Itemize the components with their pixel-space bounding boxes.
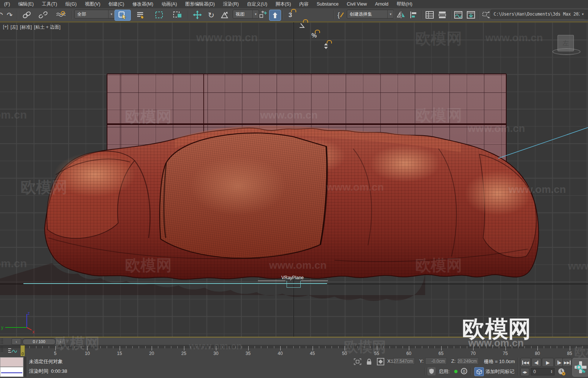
play-button[interactable]: ▶ <box>542 358 554 367</box>
current-frame-field[interactable]: 0 ▲▼ <box>531 368 555 375</box>
key-mode-toggle[interactable]: ◀▶ <box>520 368 529 376</box>
snap-toggle-3d-icon[interactable]: 3 <box>285 10 296 20</box>
layer-explorer-icon[interactable] <box>436 10 448 20</box>
selection-filter-dropdown[interactable]: 全部 ▼ <box>74 10 115 19</box>
ruler-label-80: 80 <box>535 351 540 356</box>
axis-x-label: x <box>32 329 35 335</box>
add-time-tag-label[interactable]: 添加时间标记 <box>485 368 514 375</box>
edit-named-selection-icon[interactable]: { <box>336 10 346 20</box>
go-to-start-button[interactable]: ◀◀ <box>520 358 531 367</box>
axis-tripod: z y x <box>0 310 41 337</box>
mirror-icon[interactable] <box>395 10 407 20</box>
menu-item-8[interactable]: 图形编辑器(D) <box>181 1 219 7</box>
ruler-tick <box>486 346 487 348</box>
time-slider[interactable]: 0 / 100 <box>22 338 56 345</box>
use-pivot-center-icon[interactable] <box>257 10 268 20</box>
percent-snap-icon[interactable]: % <box>308 30 320 41</box>
align-icon[interactable] <box>408 10 420 20</box>
menu-item-11[interactable]: 脚本(S) <box>271 1 295 7</box>
selection-lock-icon[interactable] <box>365 358 373 366</box>
maxscript-mini-listener-pink[interactable] <box>0 357 23 367</box>
next-key-button[interactable]: › <box>56 338 65 345</box>
ruler-tick <box>55 346 56 350</box>
adaptive-degradation-icon[interactable] <box>427 367 436 375</box>
spinner-snap-icon[interactable] <box>320 41 332 51</box>
time-configuration-icon[interactable] <box>557 368 566 376</box>
menu-item-14[interactable]: Civil View <box>343 1 371 7</box>
viewcube-face-label[interactable]: 左 <box>558 35 574 51</box>
menu-item-12[interactable]: 内容 <box>295 1 313 7</box>
time-tag-cube-icon[interactable] <box>474 367 484 376</box>
select-by-name-icon[interactable] <box>133 10 149 20</box>
bind-to-spacewarp-icon[interactable] <box>53 10 69 20</box>
unlink-icon[interactable] <box>36 10 51 20</box>
select-object-button[interactable] <box>114 10 131 21</box>
viewport-menu-shading[interactable]: [粘土 + 边面] <box>34 24 61 30</box>
curve-editor-icon[interactable] <box>452 10 464 20</box>
ruler-tick <box>235 346 236 348</box>
ruler-tick <box>184 346 184 350</box>
rectangular-selection-icon[interactable] <box>152 10 167 20</box>
reference-coordinate-dropdown[interactable]: 视图 ▼ <box>233 10 259 19</box>
menu-item-6[interactable]: 修改器(M) <box>128 1 157 7</box>
menu-item-5[interactable]: 创建(C) <box>104 1 128 7</box>
redo-icon[interactable]: ↷ <box>4 10 16 20</box>
menu-item-3[interactable]: 组(G) <box>61 1 81 7</box>
viewport-left[interactable]: [+] [左] [标准] [粘土 + 边面] 左 VRayPlane z y x <box>0 22 588 337</box>
degradation-count-badge[interactable]: 0 <box>461 368 467 374</box>
window-crossing-icon[interactable] <box>169 10 186 20</box>
material-editor-icon[interactable] <box>480 10 492 20</box>
listener-splitter[interactable] <box>25 357 27 377</box>
menu-item-10[interactable]: 自定义(U) <box>243 1 271 7</box>
isolate-selection-icon[interactable] <box>353 358 362 366</box>
ruler-tick <box>74 346 75 348</box>
ruler-label-35: 35 <box>246 351 251 356</box>
coord-y-field[interactable]: -0.0cm <box>425 358 447 365</box>
ruler-tick <box>563 346 563 348</box>
previous-frame-button[interactable]: ◀ <box>532 358 541 367</box>
viewport-menu-general[interactable]: [+] <box>3 24 8 30</box>
coord-x-field[interactable]: 127.547cm <box>393 358 415 365</box>
select-and-scale-icon[interactable] <box>218 10 231 20</box>
ruler-tick <box>62 346 62 348</box>
menu-item-9[interactable]: 渲染(R) <box>219 1 243 7</box>
toolbar-grip[interactable] <box>0 338 3 344</box>
set-key-button[interactable] <box>572 358 588 377</box>
ruler-tick <box>460 346 461 348</box>
status-prompt: 未选定任何对象 <box>29 358 63 365</box>
select-and-rotate-icon[interactable]: ↻ <box>205 10 217 20</box>
scene-explorer-icon[interactable] <box>424 10 436 20</box>
maxscript-mini-listener-white[interactable] <box>0 367 23 377</box>
select-and-move-icon[interactable] <box>191 10 204 20</box>
ruler-tick <box>29 346 30 348</box>
ruler-tick <box>165 346 165 348</box>
bed-model[interactable] <box>0 22 588 337</box>
project-folder-dropdown[interactable]: C:\Users\Han\Documents\3ds Max 2022 ▼ <box>491 10 586 19</box>
previous-key-button[interactable]: ‹ <box>12 338 21 345</box>
viewport-menu-standard[interactable]: [标准] <box>20 24 32 30</box>
track-bar[interactable]: 510152025303540455055606570758085 0 <box>0 345 588 356</box>
go-to-end-button[interactable]: ▶▶ <box>562 358 572 367</box>
timeline-playhead[interactable]: 0 <box>20 345 25 356</box>
menu-item-2[interactable]: 工具(T) <box>38 1 61 7</box>
select-and-link-icon[interactable] <box>19 10 34 20</box>
dope-sheet-icon[interactable] <box>465 10 477 20</box>
menu-item-4[interactable]: 视图(V) <box>81 1 104 7</box>
absolute-offset-toggle-icon[interactable] <box>376 358 385 366</box>
menu-item-15[interactable]: Arnold <box>371 1 392 7</box>
viewport-menu-pov[interactable]: [左] <box>10 24 17 30</box>
angle-snap-icon[interactable] <box>297 20 308 30</box>
coord-z-field[interactable]: 20.249cm <box>457 358 479 365</box>
menu-item-1[interactable]: 编辑(E) <box>14 1 38 7</box>
vrayplane-gizmo-line <box>23 283 327 284</box>
menu-item-7[interactable]: 动画(A) <box>157 1 181 7</box>
ruler-tick <box>100 346 101 348</box>
viewcube[interactable]: 左 <box>555 35 577 56</box>
ruler-tick <box>467 346 467 348</box>
menu-item-16[interactable]: 帮助(H) <box>392 1 416 7</box>
menu-item-0[interactable]: (F) <box>0 1 14 7</box>
named-selection-dropdown[interactable]: 创建选择集 ▼ <box>347 10 394 19</box>
select-and-place-button[interactable] <box>269 10 281 21</box>
menu-item-13[interactable]: Substance <box>313 1 343 7</box>
frame-spinner[interactable]: ▲▼ <box>550 370 553 374</box>
